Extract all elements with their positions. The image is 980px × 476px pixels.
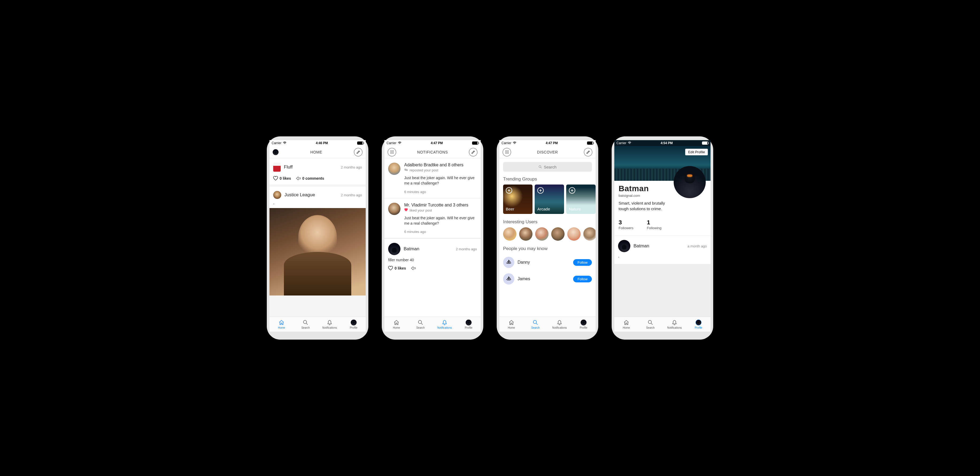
post-time: a month ago — [687, 244, 707, 248]
tab-search[interactable]: Search — [638, 317, 662, 331]
heart-icon — [404, 208, 408, 213]
group-card[interactable]: +Nature — [566, 185, 596, 214]
phone-discover: Carrier 4:47 PM DISCOVER Search Trending… — [497, 136, 598, 340]
repost-icon — [404, 168, 408, 172]
pymk-avatar[interactable] — [503, 273, 514, 285]
tab-search[interactable]: Search — [523, 317, 547, 331]
tab-label: Search — [301, 326, 310, 329]
post-time: 2 months ago — [341, 193, 362, 197]
notif-excerpt: Just beat the joker again. Will he ever … — [404, 175, 477, 186]
likes-button[interactable]: 0 likes — [388, 266, 406, 271]
tab-home[interactable]: Home — [614, 317, 638, 331]
trending-groups-scroller[interactable]: +Beer +Arcade +Nature — [500, 185, 596, 218]
likes-button[interactable]: 0 likes — [273, 176, 291, 181]
search-input[interactable]: Search — [503, 162, 592, 172]
post-author-avatar[interactable] — [273, 191, 281, 199]
menu-grid-button[interactable] — [388, 148, 396, 156]
post-time: 2 months ago — [341, 165, 362, 169]
app-header: HOME — [269, 146, 366, 158]
tab-profile[interactable]: Profile — [457, 317, 480, 331]
post-author-avatar[interactable] — [618, 240, 630, 252]
post-image[interactable] — [269, 208, 366, 296]
profile-feed-post[interactable]: Batman a month ago - — [614, 236, 711, 264]
stat-followers[interactable]: 3Followers — [619, 219, 633, 230]
post-author-name[interactable]: Justice League — [285, 192, 315, 197]
group-card[interactable]: +Arcade — [535, 185, 564, 214]
notif-avatar[interactable] — [388, 203, 401, 215]
battery-icon — [357, 142, 364, 145]
post-author-name[interactable]: Batman — [633, 244, 649, 249]
notif-avatar[interactable] — [388, 162, 401, 175]
user-avatar[interactable] — [519, 227, 533, 241]
add-group-icon[interactable]: + — [537, 187, 544, 194]
post-author-name[interactable]: Batman — [404, 246, 419, 252]
tab-notifications[interactable]: Notifications — [433, 317, 457, 331]
profile-bio: Smart, violent and brutally tough soluti… — [619, 200, 672, 212]
feed-post[interactable]: Fluff 2 months ago 0 likes 0 comments — [269, 158, 366, 187]
profile-picture[interactable] — [674, 166, 706, 198]
group-label: Beer — [506, 207, 530, 211]
post-author-name[interactable]: Fluff — [284, 164, 293, 170]
comments-button[interactable]: 0 comments — [296, 176, 324, 181]
page-title: DISCOVER — [537, 150, 558, 154]
stat-following[interactable]: 1Following — [647, 219, 662, 230]
app-header: NOTIFICATIONS — [384, 146, 480, 158]
tab-home[interactable]: Home — [384, 317, 409, 331]
notification-row[interactable]: Mr. Vladimir Turcotte and 3 others liked… — [384, 198, 480, 239]
tab-notifications[interactable]: Notifications — [547, 317, 571, 331]
wifi-icon — [513, 141, 517, 145]
tab-profile[interactable]: Profile — [686, 317, 711, 331]
tab-label: Notifications — [552, 326, 567, 329]
tab-label: Home — [278, 326, 285, 329]
tab-label: Profile — [695, 326, 702, 329]
notif-excerpt: Just beat the joker again. Will he ever … — [404, 215, 477, 226]
carrier-label: Carrier — [616, 141, 626, 145]
follow-button[interactable]: Follow — [573, 259, 592, 266]
interesting-users-scroller[interactable] — [500, 227, 596, 245]
feed-post[interactable]: Justice League 2 months ago - — [269, 187, 366, 298]
user-avatar[interactable] — [503, 227, 517, 241]
page-title: NOTIFICATIONS — [417, 150, 448, 154]
compose-button[interactable] — [584, 148, 592, 156]
page-title: HOME — [310, 150, 322, 154]
tab-home[interactable]: Home — [269, 317, 294, 331]
notif-title: Adalberto Bradtke and 8 others — [404, 162, 477, 167]
notif-action: liked your post — [409, 208, 432, 212]
tab-home[interactable]: Home — [500, 317, 523, 331]
user-avatar-button[interactable] — [273, 149, 278, 155]
user-avatar[interactable] — [567, 227, 581, 241]
post-author-avatar[interactable] — [273, 162, 281, 172]
menu-grid-button[interactable] — [503, 148, 511, 156]
tabbar: Home Search Notifications Profile — [384, 317, 480, 331]
pymk-avatar[interactable] — [503, 257, 514, 268]
search-placeholder: Search — [544, 165, 557, 169]
pymk-name: Danny — [517, 260, 570, 265]
tab-search[interactable]: Search — [409, 317, 433, 331]
notification-row[interactable]: Adalberto Bradtke and 8 others reposted … — [384, 158, 480, 198]
tab-label: Notifications — [322, 326, 337, 329]
pymk-row[interactable]: James Follow — [500, 271, 596, 287]
tab-label: Search — [416, 326, 425, 329]
section-trending-groups: Trending Groups — [500, 175, 596, 185]
post-body: - — [269, 202, 366, 208]
pymk-row[interactable]: Danny Follow — [500, 254, 596, 271]
tab-notifications[interactable]: Notifications — [318, 317, 342, 331]
tabbar: Home Search Notifications Profile — [500, 317, 596, 331]
user-avatar[interactable] — [583, 227, 596, 241]
compose-button[interactable] — [469, 148, 477, 156]
post-author-avatar[interactable] — [388, 243, 401, 255]
tab-search[interactable]: Search — [294, 317, 318, 331]
compose-button[interactable] — [354, 148, 363, 156]
tab-profile[interactable]: Profile — [571, 317, 596, 331]
tab-profile[interactable]: Profile — [342, 317, 366, 331]
user-avatar[interactable] — [551, 227, 565, 241]
group-card[interactable]: +Beer — [503, 185, 533, 214]
tab-notifications[interactable]: Notifications — [662, 317, 686, 331]
edit-profile-button[interactable]: Edit Profile — [685, 149, 708, 155]
add-group-icon[interactable]: + — [569, 187, 575, 194]
user-avatar[interactable] — [535, 227, 549, 241]
add-group-icon[interactable]: + — [506, 187, 512, 194]
follow-button[interactable]: Follow — [573, 276, 592, 282]
section-interesting-users: Interesting Users — [500, 218, 596, 227]
share-button[interactable] — [411, 266, 416, 271]
